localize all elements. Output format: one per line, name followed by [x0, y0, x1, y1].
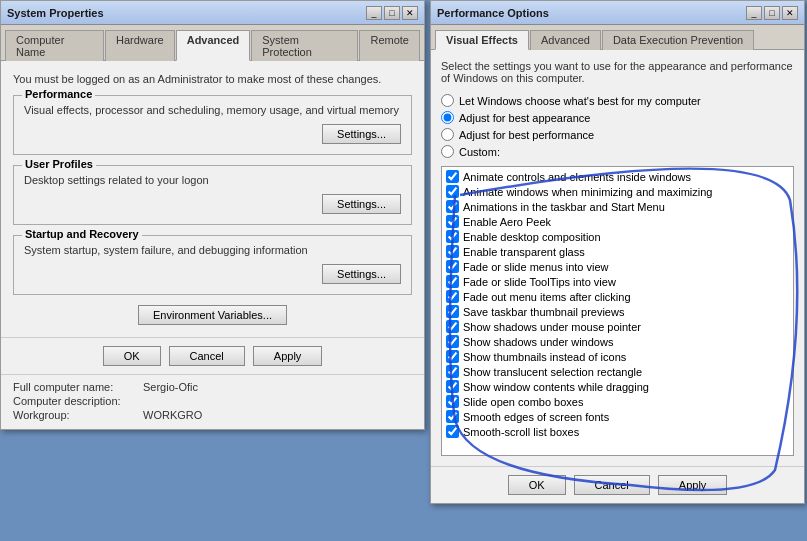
checkbox-item-10[interactable]: Show shadows under mouse pointer	[444, 319, 791, 334]
checkbox-label-5: Enable transparent glass	[463, 246, 585, 258]
checkbox-item-14[interactable]: Show window contents while dragging	[444, 379, 791, 394]
sys-dialog-buttons: OK Cancel Apply	[1, 337, 424, 374]
close-button[interactable]: ✕	[402, 6, 418, 20]
sys-cancel-button[interactable]: Cancel	[169, 346, 245, 366]
admin-note: You must be logged on as an Administrato…	[13, 73, 412, 85]
tab-remote[interactable]: Remote	[359, 30, 420, 61]
checkbox-label-8: Fade out menu items after clicking	[463, 291, 631, 303]
full-computer-name-row: Full computer name: Sergio-Ofic	[13, 381, 412, 393]
checkbox-label-10: Show shadows under mouse pointer	[463, 321, 641, 333]
tab-computer-name[interactable]: Computer Name	[5, 30, 104, 61]
checkbox-item-8[interactable]: Fade out menu items after clicking	[444, 289, 791, 304]
system-properties-titlebar: System Properties _ □ ✕	[1, 1, 424, 25]
checkbox-input-12[interactable]	[446, 350, 459, 363]
checkbox-item-7[interactable]: Fade or slide ToolTips into view	[444, 274, 791, 289]
checkbox-item-13[interactable]: Show translucent selection rectangle	[444, 364, 791, 379]
computer-desc-key: Computer description:	[13, 395, 143, 407]
checkbox-item-0[interactable]: Animate controls and elements inside win…	[444, 169, 791, 184]
perf-ok-button[interactable]: OK	[508, 475, 566, 495]
radio-custom-input[interactable]	[441, 145, 454, 158]
checkbox-input-8[interactable]	[446, 290, 459, 303]
perf-dialog-buttons: OK Cancel Apply	[431, 466, 804, 503]
sys-ok-button[interactable]: OK	[103, 346, 161, 366]
perf-apply-button[interactable]: Apply	[658, 475, 728, 495]
radio-let-windows[interactable]: Let Windows choose what's best for my co…	[441, 94, 794, 107]
checkbox-input-6[interactable]	[446, 260, 459, 273]
checkbox-input-1[interactable]	[446, 185, 459, 198]
checkbox-input-5[interactable]	[446, 245, 459, 258]
checkbox-input-3[interactable]	[446, 215, 459, 228]
title-bar-controls: _ □ ✕	[366, 6, 418, 20]
checkbox-input-16[interactable]	[446, 410, 459, 423]
sys-apply-button[interactable]: Apply	[253, 346, 323, 366]
checkbox-item-6[interactable]: Fade or slide menus into view	[444, 259, 791, 274]
radio-best-performance[interactable]: Adjust for best performance	[441, 128, 794, 141]
checkbox-input-4[interactable]	[446, 230, 459, 243]
checkbox-item-9[interactable]: Save taskbar thumbnail previews	[444, 304, 791, 319]
environment-variables-button[interactable]: Environment Variables...	[138, 305, 287, 325]
checkbox-input-13[interactable]	[446, 365, 459, 378]
checkbox-input-17[interactable]	[446, 425, 459, 438]
checkbox-label-13: Show translucent selection rectangle	[463, 366, 642, 378]
checkbox-item-17[interactable]: Smooth-scroll list boxes	[444, 424, 791, 439]
startup-recovery-settings-button[interactable]: Settings...	[322, 264, 401, 284]
workgroup-key: Workgroup:	[13, 409, 143, 421]
maximize-button[interactable]: □	[384, 6, 400, 20]
sys-bottom-info: Full computer name: Sergio-Ofic Computer…	[1, 374, 424, 429]
system-properties-title: System Properties	[7, 7, 104, 19]
radio-custom[interactable]: Custom:	[441, 145, 794, 158]
startup-recovery-desc: System startup, system failure, and debu…	[24, 244, 401, 256]
visual-effects-checkbox-list[interactable]: Animate controls and elements inside win…	[441, 166, 794, 456]
checkbox-item-4[interactable]: Enable desktop composition	[444, 229, 791, 244]
radio-best-appearance-input[interactable]	[441, 111, 454, 124]
radio-best-appearance-label: Adjust for best appearance	[459, 112, 590, 124]
checkbox-item-2[interactable]: Animations in the taskbar and Start Menu	[444, 199, 791, 214]
checkbox-input-2[interactable]	[446, 200, 459, 213]
tab-advanced-perf[interactable]: Advanced	[530, 30, 601, 50]
checkbox-label-16: Smooth edges of screen fonts	[463, 411, 609, 423]
checkbox-input-9[interactable]	[446, 305, 459, 318]
checkbox-item-15[interactable]: Slide open combo boxes	[444, 394, 791, 409]
computer-desc-row: Computer description:	[13, 395, 412, 407]
tab-visual-effects[interactable]: Visual Effects	[435, 30, 529, 50]
perf-title-controls: _ □ ✕	[746, 6, 798, 20]
checkbox-label-6: Fade or slide menus into view	[463, 261, 609, 273]
checkbox-input-11[interactable]	[446, 335, 459, 348]
checkbox-item-16[interactable]: Smooth edges of screen fonts	[444, 409, 791, 424]
tab-data-execution[interactable]: Data Execution Prevention	[602, 30, 754, 50]
radio-best-appearance[interactable]: Adjust for best appearance	[441, 111, 794, 124]
user-profiles-desc: Desktop settings related to your logon	[24, 174, 401, 186]
checkbox-label-4: Enable desktop composition	[463, 231, 601, 243]
sys-content: You must be logged on as an Administrato…	[1, 61, 424, 337]
checkbox-label-17: Smooth-scroll list boxes	[463, 426, 579, 438]
minimize-button[interactable]: _	[366, 6, 382, 20]
perf-desc: Select the settings you want to use for …	[441, 60, 794, 84]
checkbox-input-7[interactable]	[446, 275, 459, 288]
radio-let-windows-input[interactable]	[441, 94, 454, 107]
checkbox-input-15[interactable]	[446, 395, 459, 408]
user-profiles-settings-button[interactable]: Settings...	[322, 194, 401, 214]
sys-tab-strip: Computer Name Hardware Advanced System P…	[1, 25, 424, 61]
checkbox-item-11[interactable]: Show shadows under windows	[444, 334, 791, 349]
performance-settings-button[interactable]: Settings...	[322, 124, 401, 144]
checkbox-item-12[interactable]: Show thumbnails instead of icons	[444, 349, 791, 364]
workgroup-row: Workgroup: WORKGRO	[13, 409, 412, 421]
radio-best-performance-input[interactable]	[441, 128, 454, 141]
checkbox-input-0[interactable]	[446, 170, 459, 183]
perf-minimize-button[interactable]: _	[746, 6, 762, 20]
checkbox-label-12: Show thumbnails instead of icons	[463, 351, 626, 363]
perf-cancel-button[interactable]: Cancel	[574, 475, 650, 495]
checkbox-item-3[interactable]: Enable Aero Peek	[444, 214, 791, 229]
checkbox-item-5[interactable]: Enable transparent glass	[444, 244, 791, 259]
perf-close-button[interactable]: ✕	[782, 6, 798, 20]
tab-system-protection[interactable]: System Protection	[251, 30, 358, 61]
perf-maximize-button[interactable]: □	[764, 6, 780, 20]
checkbox-label-7: Fade or slide ToolTips into view	[463, 276, 616, 288]
visual-effects-radio-group: Let Windows choose what's best for my co…	[441, 94, 794, 158]
tab-advanced[interactable]: Advanced	[176, 30, 251, 61]
checkbox-input-14[interactable]	[446, 380, 459, 393]
checkbox-label-0: Animate controls and elements inside win…	[463, 171, 691, 183]
checkbox-input-10[interactable]	[446, 320, 459, 333]
checkbox-item-1[interactable]: Animate windows when minimizing and maxi…	[444, 184, 791, 199]
tab-hardware[interactable]: Hardware	[105, 30, 175, 61]
